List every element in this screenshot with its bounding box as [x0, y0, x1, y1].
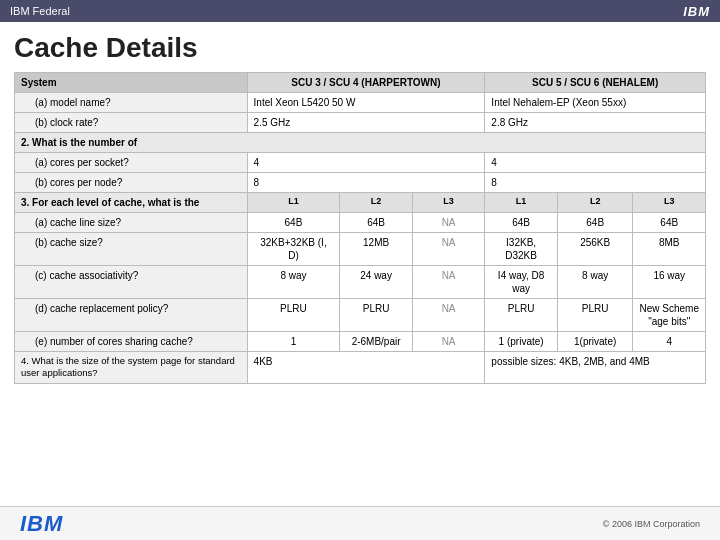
row-cachesize-label: (b) cache size? [15, 233, 248, 266]
replace-34-l2: PLRU [340, 299, 413, 332]
cacheline-34-l3: NA [412, 213, 485, 233]
cacheline-34-l1: 64B [247, 213, 340, 233]
row-assoc-label: (c) cache associativity? [15, 266, 248, 299]
row-cores-socket-scu56: 4 [485, 153, 706, 173]
row-clock-label: (b) clock rate? [15, 113, 248, 133]
topbar: IBM Federal IBM [0, 0, 720, 22]
row-clock-scu34: 2.5 GHz [247, 113, 485, 133]
row-cores-socket-label: (a) cores per socket? [15, 153, 248, 173]
sharing-34-l2: 2-6MB/pair [340, 332, 413, 352]
cachesize-34-l2: 12MB [340, 233, 413, 266]
row-cores-node-scu56: 8 [485, 173, 706, 193]
col-scu56-header: SCU 5 / SCU 6 (NEHALEM) [485, 73, 706, 93]
row-cacheline: (a) cache line size? 64B 64B NA 64B 64B … [15, 213, 706, 233]
cache-details-table: System SCU 3 / SCU 4 (HARPERTOWN) SCU 5 … [14, 72, 706, 384]
page-title-area: Cache Details [0, 22, 720, 72]
section3-label: 3. For each level of cache, what is the [15, 193, 248, 213]
footer-copyright: © 2006 IBM Corporation [603, 519, 700, 529]
assoc-56-l3: 16 way [633, 266, 706, 299]
main-content: System SCU 3 / SCU 4 (HARPERTOWN) SCU 5 … [0, 72, 720, 384]
row-cores-socket: (a) cores per socket? 4 4 [15, 153, 706, 173]
ibm-logo-top: IBM [683, 4, 710, 19]
section2-label: 2. What is the number of [15, 133, 706, 153]
sharing-56-l1: 1 (private) [485, 332, 558, 352]
cacheline-56-l3: 64B [633, 213, 706, 233]
assoc-34-l1: 8 way [247, 266, 340, 299]
replace-34-l1: PLRU [247, 299, 340, 332]
section4-label: 4. What is the size of the system page f… [15, 352, 248, 384]
replace-56-l1: PLRU [485, 299, 558, 332]
col-system-header: System [15, 73, 248, 93]
assoc-34-l3: NA [412, 266, 485, 299]
assoc-56-l2: 8 way [557, 266, 633, 299]
cacheline-56-l2: 64B [557, 213, 633, 233]
row-sharing: (e) number of cores sharing cache? 1 2-6… [15, 332, 706, 352]
row-replace-label: (d) cache replacement policy? [15, 299, 248, 332]
cachesize-56-l3: 8MB [633, 233, 706, 266]
row-sharing-label: (e) number of cores sharing cache? [15, 332, 248, 352]
sharing-34-l1: 1 [247, 332, 340, 352]
row-model-scu34: Intel Xeon L5420 50 W [247, 93, 485, 113]
cachesize-34-l1: 32KB+32KB (I, D) [247, 233, 340, 266]
row-clock-scu56: 2.8 GHz [485, 113, 706, 133]
scu56-l2-header: L2 [557, 193, 633, 213]
row-replace: (d) cache replacement policy? PLRU PLRU … [15, 299, 706, 332]
ibm-logo-footer: IBM [20, 511, 63, 537]
row-cachesize: (b) cache size? 32KB+32KB (I, D) 12MB NA… [15, 233, 706, 266]
page-title: Cache Details [14, 32, 706, 64]
footer: IBM © 2006 IBM Corporation [0, 506, 720, 540]
section4-34: 4KB [247, 352, 485, 384]
sharing-56-l2: 1(private) [557, 332, 633, 352]
scu34-l3-header: L3 [412, 193, 485, 213]
row-model-scu56: Intel Nehalem-EP (Xeon 55xx) [485, 93, 706, 113]
row-assoc: (c) cache associativity? 8 way 24 way NA… [15, 266, 706, 299]
sharing-56-l3: 4 [633, 332, 706, 352]
row-clock: (b) clock rate? 2.5 GHz 2.8 GHz [15, 113, 706, 133]
scu34-l2-header: L2 [340, 193, 413, 213]
assoc-34-l2: 24 way [340, 266, 413, 299]
assoc-56-l1: I4 way, D8 way [485, 266, 558, 299]
row-model: (a) model name? Intel Xeon L5420 50 W In… [15, 93, 706, 113]
cachesize-56-l1: I32KB, D32KB [485, 233, 558, 266]
section4-56: possible sizes: 4KB, 2MB, and 4MB [485, 352, 706, 384]
cacheline-56-l1: 64B [485, 213, 558, 233]
row-cacheline-label: (a) cache line size? [15, 213, 248, 233]
row-cores-node: (b) cores per node? 8 8 [15, 173, 706, 193]
col-scu34-header: SCU 3 / SCU 4 (HARPERTOWN) [247, 73, 485, 93]
row-cores-node-scu34: 8 [247, 173, 485, 193]
replace-56-l3: New Scheme "age bits" [633, 299, 706, 332]
scu56-l1-header: L1 [485, 193, 558, 213]
sharing-34-l3: NA [412, 332, 485, 352]
topbar-title: IBM Federal [10, 5, 70, 17]
section3-header-row: 3. For each level of cache, what is the … [15, 193, 706, 213]
cachesize-56-l2: 256KB [557, 233, 633, 266]
replace-34-l3: NA [412, 299, 485, 332]
row-model-label: (a) model name? [15, 93, 248, 113]
replace-56-l2: PLRU [557, 299, 633, 332]
row-cores-node-label: (b) cores per node? [15, 173, 248, 193]
row-section4: 4. What is the size of the system page f… [15, 352, 706, 384]
cacheline-34-l2: 64B [340, 213, 413, 233]
scu56-l3-header: L3 [633, 193, 706, 213]
section2-header: 2. What is the number of [15, 133, 706, 153]
scu34-l1-header: L1 [247, 193, 340, 213]
cachesize-34-l3: NA [412, 233, 485, 266]
row-cores-socket-scu34: 4 [247, 153, 485, 173]
